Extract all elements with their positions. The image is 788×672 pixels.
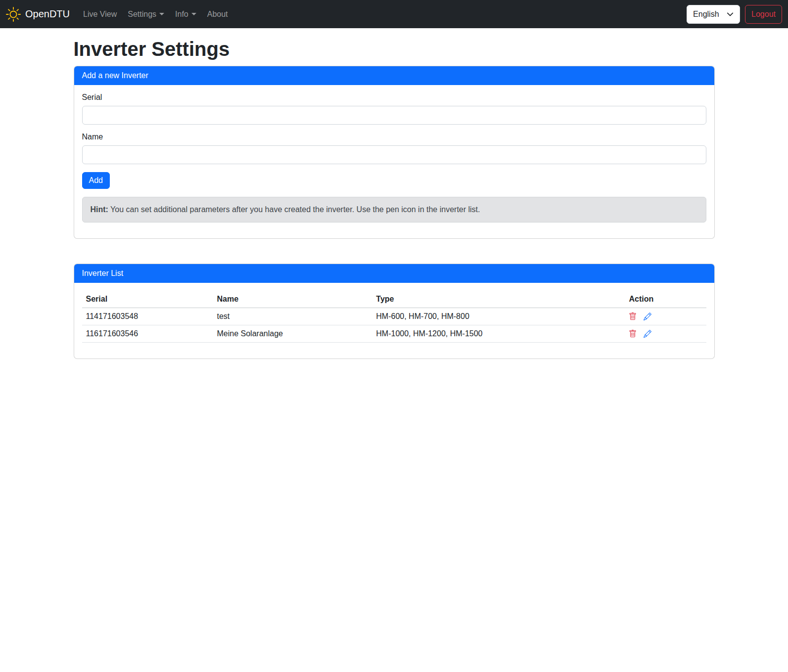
inverter-table: Serial Name Type Action 114171603548 tes… [82,291,706,343]
brand-label: OpenDTU [25,8,70,20]
trash-icon [629,330,637,338]
nav-item-label: About [207,10,228,19]
caret-down-icon [159,13,164,15]
cell-type: HM-1000, HM-1200, HM-1500 [372,325,625,343]
top-navbar: OpenDTU Live View Settings Info About En… [0,0,788,28]
pencil-icon [644,330,651,338]
row-actions [629,330,702,338]
hint-alert: Hint: You can set additional parameters … [82,197,706,223]
name-label: Name [82,133,706,141]
cell-serial: 114171603548 [82,308,213,325]
main-container: Inverter Settings Add a new Inverter Ser… [68,37,721,359]
hint-alert-text: You can set additional parameters after … [108,205,480,214]
column-header-name: Name [213,291,372,308]
table-header-row: Serial Name Type Action [82,291,706,308]
brand-link[interactable]: OpenDTU [6,7,70,22]
add-inverter-card-header: Add a new Inverter [74,66,714,85]
add-inverter-card: Add a new Inverter Serial Name Add Hint:… [74,66,715,239]
caret-down-icon [191,13,196,15]
delete-inverter-button[interactable] [629,313,637,320]
column-header-action: Action [625,291,706,308]
main-nav: Live View Settings Info About [78,6,233,23]
delete-inverter-button[interactable] [629,330,637,338]
nav-item-label: Live View [83,10,117,19]
serial-input[interactable] [82,106,706,125]
row-actions [629,313,702,320]
navbar-right-group: English Logout [687,5,782,24]
nav-item-about[interactable]: About [203,6,232,23]
chevron-down-icon [727,11,734,18]
nav-item-settings[interactable]: Settings [124,6,168,23]
edit-inverter-button[interactable] [644,330,651,338]
page-title: Inverter Settings [74,37,715,61]
name-input[interactable] [82,145,706,164]
table-row: 116171603546 Meine Solaranlage HM-1000, … [82,325,706,343]
column-header-serial: Serial [82,291,213,308]
pencil-icon [644,313,651,320]
inverter-list-card-body: Serial Name Type Action 114171603548 tes… [74,283,714,358]
add-button[interactable]: Add [82,172,110,189]
logout-button[interactable]: Logout [745,5,782,24]
nav-item-info[interactable]: Info [171,6,200,23]
cell-type: HM-600, HM-700, HM-800 [372,308,625,325]
nav-item-live-view[interactable]: Live View [79,6,121,23]
inverter-list-card-header: Inverter List [74,264,714,283]
hint-alert-bold: Hint: [91,205,108,214]
add-inverter-card-body: Serial Name Add Hint: You can set additi… [74,85,714,238]
language-select[interactable]: English [687,5,740,24]
sun-icon [6,7,21,22]
inverter-list-card: Inverter List Serial Name Type Action 11… [74,264,715,359]
cell-name: test [213,308,372,325]
language-select-value: English [693,10,719,19]
edit-inverter-button[interactable] [644,313,651,320]
cell-name: Meine Solaranlage [213,325,372,343]
nav-item-label: Settings [128,10,156,19]
nav-item-label: Info [175,10,188,19]
table-row: 114171603548 test HM-600, HM-700, HM-800 [82,308,706,325]
trash-icon [629,313,637,320]
serial-label: Serial [82,93,706,102]
column-header-type: Type [372,291,625,308]
cell-serial: 116171603546 [82,325,213,343]
